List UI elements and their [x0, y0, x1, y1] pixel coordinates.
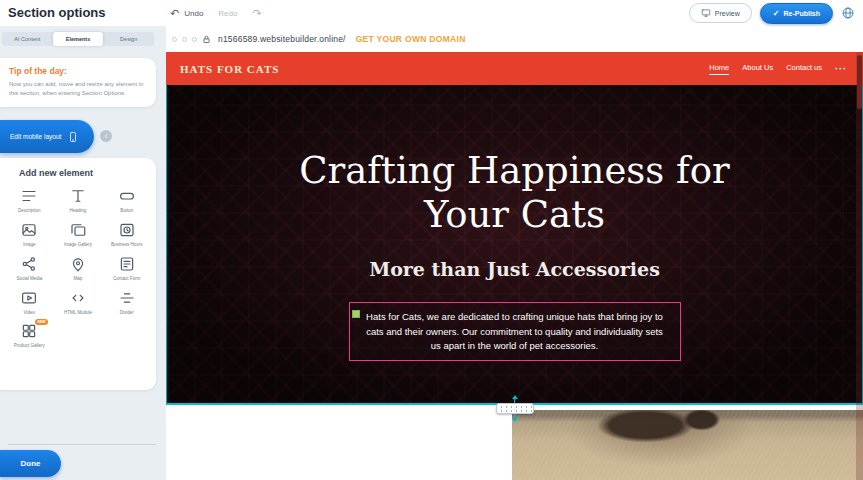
- add-element-heading[interactable]: Heading: [54, 187, 103, 214]
- site-logo[interactable]: HATS FOR CATS: [180, 63, 279, 75]
- scrollbar-thumb[interactable]: [857, 55, 862, 109]
- add-element-map[interactable]: Map: [54, 255, 103, 282]
- add-element-contact-form[interactable]: Contact Form: [102, 255, 151, 282]
- history-controls: ↶ Undo Redo ↷: [170, 0, 262, 26]
- hero-subtitle[interactable]: More than Just Accessories: [369, 258, 660, 280]
- add-element-button[interactable]: Button: [102, 187, 151, 214]
- sidebar: AI Content Elements Design Tip of the da…: [0, 26, 166, 480]
- add-element-image[interactable]: Image: [5, 221, 54, 248]
- site-scrollbar[interactable]: [856, 52, 863, 480]
- tip-title: Tip of the day:: [9, 66, 146, 76]
- element-label: Image: [23, 242, 36, 248]
- add-element-title: Add new element: [5, 168, 151, 178]
- undo-icon[interactable]: ↶: [170, 8, 179, 19]
- republish-label: Re-Publish: [783, 10, 820, 17]
- element-label: Business Hours: [111, 242, 143, 248]
- element-label: Contact Form: [113, 276, 140, 282]
- site-canvas: HATS FOR CATS Home About Us Contact us ·…: [166, 52, 863, 480]
- add-element-html-module[interactable]: HTML Module: [54, 289, 103, 316]
- nav-about-us[interactable]: About Us: [742, 63, 773, 74]
- nav-more-icon[interactable]: ···: [835, 64, 847, 74]
- redo-icon[interactable]: ↷: [252, 8, 261, 19]
- republish-button[interactable]: ✓ Re-Publish: [760, 3, 833, 24]
- hero-section[interactable]: Crafting Happiness for Your Cats More th…: [166, 85, 863, 405]
- element-label: Button: [120, 208, 133, 214]
- hero-body-text: Hats for Cats, we are dedicated to craft…: [366, 311, 663, 351]
- hero-title[interactable]: Crafting Happiness for Your Cats: [255, 149, 775, 236]
- get-domain-link[interactable]: GET YOUR OWN DOMAIN: [356, 34, 466, 44]
- grid-spacer: [54, 322, 103, 349]
- tip-body: Now you can add, move and resize any ele…: [9, 80, 146, 98]
- undo-button[interactable]: Undo: [184, 9, 203, 18]
- hero-text-element[interactable]: Hats for Cats, we are dedicated to craft…: [349, 302, 681, 361]
- browser-dot: [172, 37, 177, 42]
- drag-grip-icon[interactable]: [496, 403, 534, 414]
- sidebar-divider: [8, 444, 156, 445]
- sidebar-tabs: AI Content Elements Design: [2, 32, 154, 46]
- site-nav: Home About Us Contact us ···: [709, 63, 847, 75]
- contact-form-icon: [118, 255, 136, 273]
- element-grid: Description Heading Button Image Image G…: [5, 187, 151, 349]
- done-button[interactable]: Done: [0, 450, 61, 477]
- add-element-social-media[interactable]: Social Media: [5, 255, 54, 282]
- add-element-business-hours[interactable]: Business Hours: [102, 221, 151, 248]
- divider-icon: [118, 289, 136, 307]
- map-pin-icon: [69, 255, 87, 273]
- code-icon: [69, 289, 87, 307]
- redo-button[interactable]: Redo: [218, 9, 237, 18]
- element-drag-handle[interactable]: [352, 310, 360, 318]
- tip-of-the-day-card: Tip of the day: Now you can add, move an…: [0, 58, 156, 107]
- preview-area: n1566589.websitebuilder.online/ GET YOUR…: [166, 26, 863, 480]
- browser-bar: n1566589.websitebuilder.online/ GET YOUR…: [166, 26, 863, 52]
- page-title: Section options: [8, 5, 106, 20]
- check-icon: ✓: [773, 9, 780, 18]
- site-header[interactable]: HATS FOR CATS Home About Us Contact us ·…: [166, 52, 863, 85]
- heading-icon: [69, 187, 87, 205]
- add-element-image-gallery[interactable]: Image Gallery: [54, 221, 103, 248]
- browser-dot: [192, 37, 197, 42]
- browser-dot: [182, 37, 187, 42]
- add-element-product-gallery[interactable]: NEW Product Gallery: [5, 322, 54, 349]
- info-button[interactable]: i: [100, 130, 112, 142]
- text-lines-icon: [20, 187, 38, 205]
- new-badge: NEW: [35, 319, 47, 325]
- edit-mobile-layout-button[interactable]: Edit mobile layout: [0, 120, 94, 153]
- monitor-icon: [701, 8, 711, 18]
- element-label: Product Gallery: [14, 343, 45, 349]
- tab-design[interactable]: Design: [103, 32, 154, 46]
- add-element-panel: Add new element Description Heading Butt…: [0, 158, 156, 390]
- product-gallery-icon: [20, 322, 38, 340]
- nav-contact-us[interactable]: Contact us: [786, 63, 822, 74]
- cat-photo: [512, 410, 863, 480]
- grid-spacer: [102, 322, 151, 349]
- video-icon: [20, 289, 38, 307]
- element-label: Divider: [120, 310, 134, 316]
- phone-icon: [67, 130, 79, 144]
- element-label: Video: [24, 310, 35, 316]
- tab-elements[interactable]: Elements: [53, 32, 104, 46]
- element-label: Social Media: [16, 276, 42, 282]
- globe-icon[interactable]: [841, 6, 855, 20]
- topbar: Section options ↶ Undo Redo ↷ Preview ✓ …: [0, 0, 863, 26]
- element-label: Heading: [70, 208, 87, 214]
- element-label: Map: [74, 276, 83, 282]
- add-element-divider[interactable]: Divider: [102, 289, 151, 316]
- element-label: Description: [18, 208, 41, 214]
- edit-mobile-label: Edit mobile layout: [10, 133, 61, 140]
- button-icon: [118, 187, 136, 205]
- site-url: n1566589.websitebuilder.online/: [218, 34, 346, 44]
- nav-home[interactable]: Home: [709, 63, 729, 75]
- share-icon: [20, 255, 38, 273]
- element-label: HTML Module: [64, 310, 92, 316]
- add-element-description[interactable]: Description: [5, 187, 54, 214]
- section-resize-handle[interactable]: [496, 395, 534, 422]
- preview-button[interactable]: Preview: [689, 3, 752, 23]
- image-icon: [20, 221, 38, 239]
- element-label: Image Gallery: [64, 242, 92, 248]
- arrow-down-icon: [512, 418, 518, 422]
- image-gallery-icon: [69, 221, 87, 239]
- preview-label: Preview: [715, 10, 740, 17]
- add-element-video[interactable]: Video: [5, 289, 54, 316]
- tab-ai-content[interactable]: AI Content: [2, 32, 53, 46]
- top-actions: Preview ✓ Re-Publish: [689, 0, 855, 26]
